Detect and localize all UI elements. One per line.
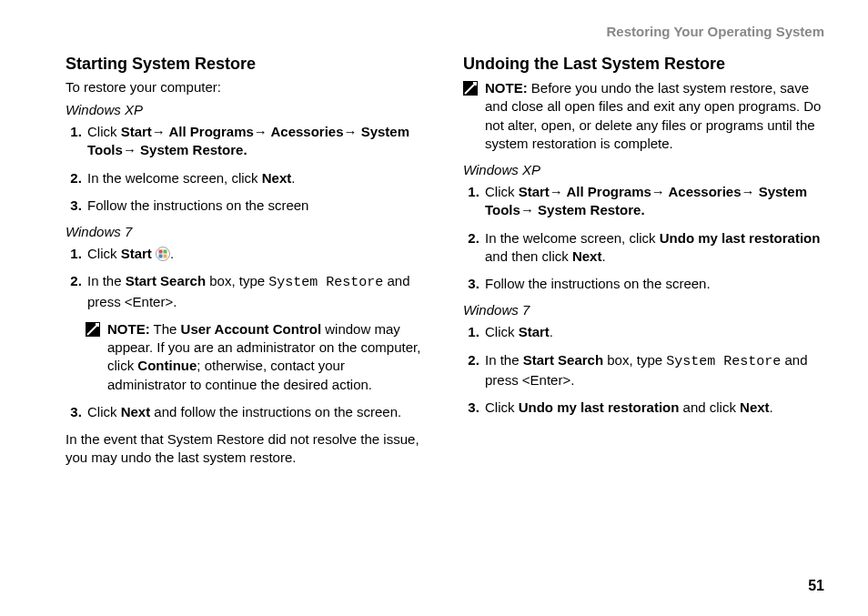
- page-body: Starting System Restore To restore your …: [0, 0, 868, 468]
- arrow-icon: →: [742, 184, 755, 199]
- arrow-icon: →: [651, 184, 665, 199]
- text: Click: [485, 184, 519, 199]
- text-bold: Start Search: [126, 273, 206, 288]
- arrow-icon: →: [152, 124, 166, 139]
- text: box, type: [603, 352, 666, 368]
- list-item: Click Start→ All Programs→ Acessories→ S…: [86, 123, 427, 160]
- text-bold: Next: [572, 248, 602, 264]
- text: Before you undo the last system restore,…: [485, 80, 821, 151]
- text-bold: All Programs: [563, 184, 651, 199]
- svg-point-0: [156, 247, 170, 261]
- note-block-right: NOTE: Before you undo the last system re…: [463, 79, 824, 153]
- arrow-icon: →: [344, 124, 358, 139]
- text-bold: Next: [740, 399, 770, 415]
- left-column: Starting System Restore To restore your …: [66, 25, 427, 468]
- text-bold: Start Search: [523, 352, 603, 368]
- text: and follow the instructions on the scree…: [150, 404, 401, 419]
- text: In the: [87, 273, 126, 288]
- w7-label-right: Windows 7: [463, 302, 824, 318]
- text: .: [770, 399, 773, 415]
- text-bold: Start: [519, 184, 550, 199]
- text-mono: System Restore: [268, 275, 383, 290]
- text: In the welcome screen, click: [485, 230, 660, 246]
- xp-label-left: Windows XP: [66, 102, 427, 117]
- text: Click: [87, 404, 121, 419]
- text: box, type: [206, 273, 268, 288]
- arrow-icon: →: [254, 124, 267, 139]
- list-item: Click Next and follow the instructions o…: [86, 403, 427, 421]
- text-bold: Acessories: [267, 124, 344, 139]
- list-item: In the Start Search box, type System Res…: [483, 351, 824, 390]
- list-item: Follow the instructions on the screen: [86, 197, 427, 215]
- text: Click: [87, 124, 121, 139]
- text-bold: Continue: [137, 358, 197, 373]
- list-item: Click Undo my last restoration and click…: [483, 399, 824, 417]
- text: Click: [485, 399, 519, 415]
- text: The: [150, 321, 181, 337]
- text-bold: Next: [262, 170, 292, 186]
- right-title: Undoing the Last System Restore: [463, 55, 824, 74]
- text-bold: Undo my last restoration: [519, 399, 680, 415]
- text: In the: [485, 352, 523, 368]
- arrow-icon: →: [123, 142, 136, 157]
- note-icon: [86, 322, 100, 337]
- arrow-icon: →: [550, 184, 563, 199]
- xp-label-right: Windows XP: [463, 162, 824, 177]
- note-label: NOTE:: [107, 321, 150, 337]
- text-bold: Start: [121, 246, 152, 261]
- note-icon: [463, 81, 478, 96]
- arrow-icon: →: [520, 202, 534, 217]
- left-title: Starting System Restore: [66, 55, 427, 74]
- text-bold: System Restore.: [534, 202, 645, 217]
- list-item: Follow the instructions on the screen.: [483, 275, 824, 293]
- list-item: Click Start.: [483, 323, 824, 341]
- text-bold: Acessories: [665, 184, 742, 199]
- svg-rect-4: [164, 255, 167, 258]
- text-bold: All Programs: [166, 124, 254, 139]
- list-item: In the Start Search box, type System Res…: [86, 272, 427, 311]
- list-item: In the welcome screen, click Undo my las…: [483, 229, 824, 267]
- text: and then click: [485, 248, 572, 264]
- text: .: [550, 324, 553, 339]
- text-bold: Next: [121, 404, 151, 419]
- xp-steps-left: Click Start→ All Programs→ Acessories→ S…: [66, 123, 427, 215]
- xp-steps-right: Click Start→ All Programs→ Acessories→ S…: [463, 183, 824, 293]
- note-block-left: NOTE: The User Account Control window ma…: [86, 320, 427, 394]
- text-bold: System Restore.: [136, 142, 247, 157]
- text: and click: [679, 399, 740, 415]
- text-bold: Undo my last restoration: [660, 230, 821, 246]
- text: Click: [87, 246, 121, 261]
- page-header: Restoring Your Operating System: [607, 24, 825, 39]
- windows-start-icon: [156, 247, 170, 261]
- text-mono: System Restore: [666, 354, 781, 369]
- list-item: Click Start→ All Programs→ Acessories→ S…: [483, 183, 824, 220]
- list-item: In the welcome screen, click Next.: [86, 169, 427, 187]
- note-text: NOTE: Before you undo the last system re…: [485, 79, 824, 153]
- text: .: [291, 170, 295, 186]
- page-number: 51: [808, 578, 824, 594]
- list-item: Click Start .: [86, 245, 427, 263]
- w7-steps-right: Click Start. In the Start Search box, ty…: [463, 323, 824, 417]
- w7-steps-left: Click Start . In the Start Search box, t…: [66, 245, 427, 311]
- left-closing: In the event that System Restore did not…: [66, 430, 427, 468]
- text: .: [601, 248, 605, 264]
- note-text: NOTE: The User Account Control window ma…: [107, 320, 427, 394]
- text: .: [170, 246, 174, 261]
- text-bold: User Account Control: [181, 321, 321, 337]
- text-bold: Start: [519, 324, 550, 339]
- left-intro: To restore your computer:: [66, 79, 427, 95]
- note-label: NOTE:: [485, 80, 528, 96]
- text: In the welcome screen, click: [87, 170, 262, 186]
- right-column: Undoing the Last System Restore NOTE: Be…: [463, 25, 824, 468]
- text-bold: Start: [121, 124, 152, 139]
- svg-rect-2: [164, 250, 167, 254]
- w7-label-left: Windows 7: [66, 224, 427, 239]
- text: Click: [485, 324, 519, 339]
- svg-rect-3: [159, 255, 163, 258]
- svg-rect-1: [159, 250, 163, 254]
- w7-steps-left-cont: Click Next and follow the instructions o…: [66, 403, 427, 421]
